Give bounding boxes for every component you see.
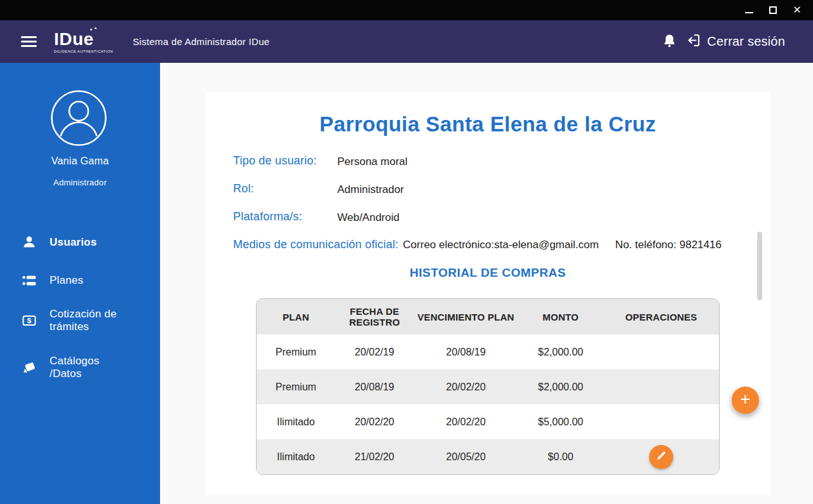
sidebar-item-cotizacion[interactable]: $ Cotización de trámites bbox=[0, 308, 160, 333]
plans-icon bbox=[21, 272, 37, 289]
table-row: Ilimitado 20/02/20 20/02/20 $5,000.00 bbox=[257, 404, 719, 439]
cell-operaciones bbox=[603, 439, 719, 474]
detail-value-email: Correo electrónico:sta-elena@gmail.com bbox=[403, 239, 598, 251]
header-actions: Cerrar sesión bbox=[661, 32, 813, 51]
minimize-button[interactable] bbox=[742, 3, 756, 17]
os-titlebar: ✕ bbox=[0, 0, 813, 20]
detail-row-tipo: Tipo de usuario: Persona moral bbox=[205, 154, 770, 171]
quote-icon: $ bbox=[21, 312, 37, 329]
detail-value: Administrador bbox=[337, 183, 404, 196]
column-header: PLAN bbox=[257, 299, 335, 335]
detail-row-rol: Rol: Administrador bbox=[205, 182, 770, 199]
app-header: IDue DILIGENCE AUTHENTICATION Sistema de… bbox=[0, 20, 813, 63]
cell-operaciones bbox=[603, 404, 719, 439]
pencil-icon bbox=[655, 449, 668, 464]
sidebar: Vania Gama Administrador Usuarios Planes bbox=[0, 63, 160, 504]
minimize-icon bbox=[745, 12, 753, 13]
cell-monto: $2,000.00 bbox=[518, 369, 603, 404]
user-avatar-icon bbox=[50, 90, 107, 147]
table-row: Premium 20/08/19 20/02/20 $2,000.00 bbox=[257, 369, 719, 404]
cell-registro: 20/08/19 bbox=[335, 369, 414, 404]
detail-label: Plataforma/s: bbox=[233, 210, 302, 223]
app-title: Sistema de Administrador IDue bbox=[133, 36, 269, 47]
logout-label: Cerrar sesión bbox=[707, 34, 785, 49]
page-title: Parroquia Santa Elena de la Cruz bbox=[205, 112, 770, 136]
sidebar-item-label: Catálogos /Datos bbox=[50, 355, 132, 380]
cell-plan: Premium bbox=[257, 369, 335, 404]
cell-vencimiento: 20/02/20 bbox=[414, 404, 518, 439]
sidebar-item-label: Planes bbox=[50, 274, 83, 287]
bell-icon bbox=[662, 33, 676, 51]
catalogs-icon bbox=[21, 359, 37, 376]
detail-value: Persona moral bbox=[337, 156, 408, 168]
logo-text: IDue bbox=[54, 30, 94, 48]
detail-row-plataforma: Plataforma/s: Web/Android bbox=[205, 210, 770, 227]
main-content: Parroquia Santa Elena de la Cruz Tipo de… bbox=[160, 63, 813, 504]
user-detail-card: Parroquia Santa Elena de la Cruz Tipo de… bbox=[205, 92, 770, 495]
cell-registro: 20/02/20 bbox=[335, 404, 414, 439]
hamburger-icon bbox=[21, 41, 37, 43]
cell-plan: Ilimitado bbox=[257, 439, 335, 474]
column-header: MONTO bbox=[518, 299, 603, 335]
users-icon bbox=[21, 234, 37, 251]
hamburger-icon bbox=[21, 36, 37, 38]
table-header-row: PLAN FECHA DE REGISTRO VENCIMIENTO PLAN … bbox=[257, 299, 719, 335]
purchase-history-table: PLAN FECHA DE REGISTRO VENCIMIENTO PLAN … bbox=[256, 298, 720, 475]
hamburger-icon bbox=[21, 45, 37, 47]
svg-text:$: $ bbox=[27, 317, 32, 324]
cell-plan: Ilimitado bbox=[257, 404, 335, 439]
cell-plan: Premium bbox=[257, 335, 335, 369]
edit-purchase-button[interactable] bbox=[649, 445, 673, 469]
cell-registro: 20/02/19 bbox=[335, 335, 414, 369]
column-header: FECHA DE REGISTRO bbox=[335, 299, 414, 335]
sidebar-item-label: Cotización de trámites bbox=[50, 308, 132, 333]
profile-role: Administrador bbox=[0, 178, 160, 187]
logout-icon bbox=[686, 32, 702, 51]
close-icon: ✕ bbox=[793, 5, 801, 15]
column-header: OPERACIONES bbox=[603, 299, 719, 335]
logo-subtitle: DILIGENCE AUTHENTICATION bbox=[54, 50, 109, 53]
cell-monto: $2,000.00 bbox=[518, 335, 603, 369]
cell-operaciones bbox=[603, 335, 719, 369]
table-row: Ilimitado 21/02/20 20/05/20 $0.00 bbox=[257, 439, 719, 474]
table-row: Premium 20/02/19 20/08/19 $2,000.00 bbox=[257, 335, 719, 369]
cell-monto: $5,000.00 bbox=[518, 404, 603, 439]
add-purchase-button[interactable]: + bbox=[732, 387, 759, 414]
logo-trademark-dot bbox=[95, 27, 97, 29]
sidebar-item-catalogos[interactable]: Catálogos /Datos bbox=[0, 355, 160, 380]
close-button[interactable]: ✕ bbox=[790, 3, 804, 17]
sidebar-item-label: Usuarios bbox=[50, 236, 97, 249]
window-controls: ✕ bbox=[742, 3, 813, 17]
maximize-button[interactable] bbox=[766, 3, 780, 17]
notifications-button[interactable] bbox=[661, 34, 678, 50]
sidebar-item-usuarios[interactable]: Usuarios bbox=[0, 234, 160, 251]
cell-vencimiento: 20/05/20 bbox=[414, 439, 518, 474]
profile-name: Vania Gama bbox=[0, 156, 160, 167]
cell-operaciones bbox=[603, 369, 719, 404]
avatar bbox=[50, 90, 107, 147]
detail-row-medios: Medios de comunicación oficial: Correo e… bbox=[205, 238, 770, 255]
logout-button[interactable]: Cerrar sesión bbox=[686, 32, 785, 51]
app-logo: IDue DILIGENCE AUTHENTICATION bbox=[54, 30, 109, 53]
detail-label: Tipo de usuario: bbox=[233, 154, 317, 168]
section-title: HISTORIAL DE COMPRAS bbox=[205, 266, 770, 280]
logo-dot bbox=[90, 29, 92, 30]
detail-label: Medios de comunicación oficial: bbox=[233, 238, 398, 251]
cell-vencimiento: 20/08/19 bbox=[414, 335, 518, 369]
plus-icon: + bbox=[740, 390, 750, 408]
column-header: VENCIMIENTO PLAN bbox=[414, 299, 518, 335]
cell-vencimiento: 20/02/20 bbox=[414, 369, 518, 404]
cell-monto: $0.00 bbox=[518, 439, 603, 474]
sidebar-item-planes[interactable]: Planes bbox=[0, 272, 160, 289]
maximize-icon bbox=[769, 6, 777, 14]
hamburger-menu-button[interactable] bbox=[21, 34, 37, 50]
detail-label: Rol: bbox=[233, 182, 254, 196]
card-scrollbar-thumb[interactable] bbox=[757, 232, 762, 300]
cell-registro: 21/02/20 bbox=[335, 439, 414, 474]
detail-value: Web/Android bbox=[337, 211, 400, 224]
detail-value-phone: No. teléfono: 9821416 bbox=[615, 239, 722, 251]
